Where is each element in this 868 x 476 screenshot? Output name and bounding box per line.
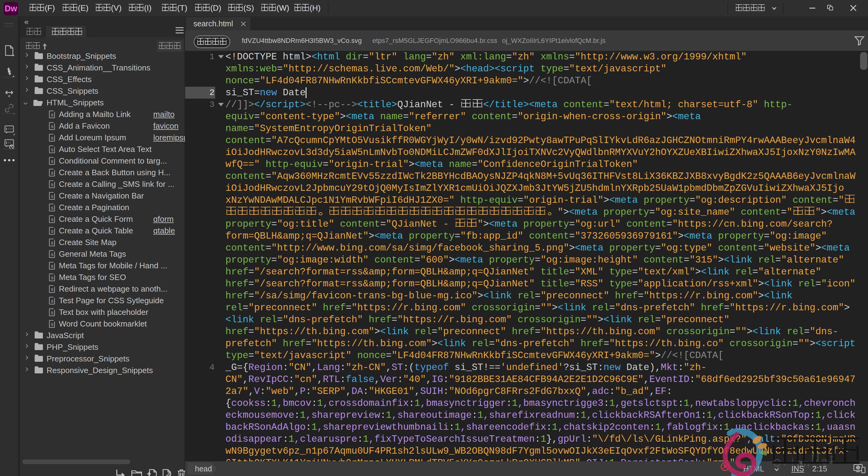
svg-text:*: *	[8, 94, 10, 100]
